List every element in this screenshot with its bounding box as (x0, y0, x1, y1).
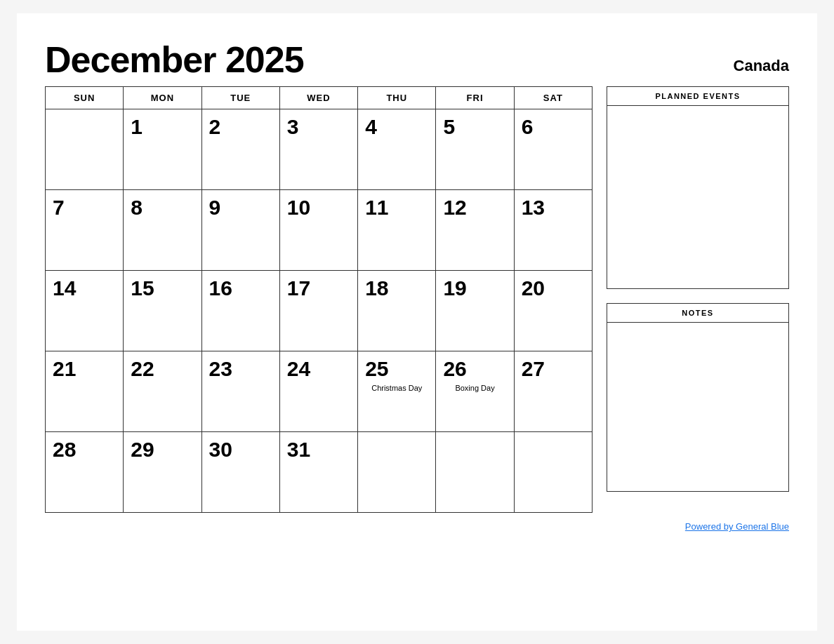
calendar-day-cell: 26Boxing Day (436, 351, 514, 432)
col-thu: THU (358, 87, 436, 109)
day-number: 9 (209, 196, 272, 220)
calendar-day-cell: 22 (124, 351, 201, 432)
planned-events-header: PLANNED EVENTS (607, 87, 788, 106)
day-number: 25 (365, 357, 428, 381)
day-number: 11 (365, 196, 428, 220)
calendar-week-row: 2122232425Christmas Day26Boxing Day27 (46, 351, 593, 432)
calendar-day-cell: 2 (201, 109, 279, 190)
calendar-day-cell: 9 (201, 190, 279, 271)
planned-events-box: PLANNED EVENTS (607, 86, 789, 289)
day-number: 1 (131, 115, 194, 139)
calendar-day-cell: 4 (358, 109, 436, 190)
page: December 2025 Canada SUN MON TUE WED THU… (17, 13, 817, 631)
calendar-day-cell: 14 (46, 271, 124, 351)
calendar-day-cell: 23 (201, 351, 279, 432)
col-sun: SUN (46, 87, 124, 109)
calendar-day-cell: 12 (436, 190, 514, 271)
col-wed: WED (279, 87, 357, 109)
sidebar-gap (607, 289, 789, 303)
main-layout: SUN MON TUE WED THU FRI SAT 123456789101… (45, 86, 789, 513)
powered-by-link[interactable]: Powered by General Blue (685, 521, 789, 532)
notes-box: NOTES (607, 303, 789, 492)
month-title: December 2025 (45, 39, 304, 81)
calendar-day-cell: 13 (514, 190, 592, 271)
day-number: 10 (287, 196, 350, 220)
calendar-day-cell: 25Christmas Day (358, 351, 436, 432)
calendar-day-cell: 16 (201, 271, 279, 351)
calendar-week-row: 123456 (46, 109, 593, 190)
calendar-day-cell: 18 (358, 271, 436, 351)
calendar-day-cell (436, 432, 514, 513)
col-sat: SAT (514, 87, 592, 109)
planned-events-body (607, 106, 788, 288)
day-number: 24 (287, 357, 350, 381)
day-number: 21 (53, 357, 116, 381)
calendar-day-cell (46, 109, 124, 190)
calendar-day-cell: 29 (124, 432, 201, 513)
day-number: 22 (131, 357, 194, 381)
calendar-day-cell: 17 (279, 271, 357, 351)
country-label: Canada (734, 57, 789, 81)
calendar-section: SUN MON TUE WED THU FRI SAT 123456789101… (45, 86, 593, 513)
day-number: 4 (365, 115, 428, 139)
notes-body (607, 323, 788, 491)
day-number: 16 (209, 276, 272, 300)
calendar-header: SUN MON TUE WED THU FRI SAT (46, 87, 593, 109)
day-number: 30 (209, 438, 272, 462)
calendar-day-cell: 1 (124, 109, 201, 190)
day-number: 28 (53, 438, 116, 462)
calendar-day-cell: 10 (279, 190, 357, 271)
day-number: 3 (287, 115, 350, 139)
calendar-day-cell (514, 432, 592, 513)
calendar-day-cell (358, 432, 436, 513)
sidebar-section: PLANNED EVENTS NOTES (607, 86, 789, 492)
weekday-header-row: SUN MON TUE WED THU FRI SAT (46, 87, 593, 109)
calendar-week-row: 28293031 (46, 432, 593, 513)
day-number: 20 (522, 276, 585, 300)
header: December 2025 Canada (45, 39, 789, 81)
day-number: 31 (287, 438, 350, 462)
calendar-day-cell: 19 (436, 271, 514, 351)
footer: Powered by General Blue (45, 520, 789, 532)
day-number: 8 (131, 196, 194, 220)
col-mon: MON (124, 87, 201, 109)
calendar-day-cell: 7 (46, 190, 124, 271)
notes-header: NOTES (607, 304, 788, 323)
calendar-body: 1234567891011121314151617181920212223242… (46, 109, 593, 513)
calendar-week-row: 14151617181920 (46, 271, 593, 351)
day-number: 2 (209, 115, 272, 139)
col-tue: TUE (201, 87, 279, 109)
calendar-day-cell: 31 (279, 432, 357, 513)
calendar-day-cell: 5 (436, 109, 514, 190)
day-number: 13 (522, 196, 585, 220)
holiday-label: Christmas Day (365, 384, 428, 392)
calendar-week-row: 78910111213 (46, 190, 593, 271)
day-number: 26 (443, 357, 506, 381)
day-number: 18 (365, 276, 428, 300)
calendar-day-cell: 6 (514, 109, 592, 190)
calendar-day-cell: 24 (279, 351, 357, 432)
holiday-label: Boxing Day (443, 384, 506, 392)
calendar-day-cell: 21 (46, 351, 124, 432)
calendar-day-cell: 28 (46, 432, 124, 513)
day-number: 29 (131, 438, 194, 462)
calendar-day-cell: 8 (124, 190, 201, 271)
day-number: 7 (53, 196, 116, 220)
day-number: 14 (53, 276, 116, 300)
day-number: 6 (522, 115, 585, 139)
day-number: 27 (522, 357, 585, 381)
calendar-day-cell: 27 (514, 351, 592, 432)
calendar-day-cell: 11 (358, 190, 436, 271)
day-number: 17 (287, 276, 350, 300)
day-number: 19 (443, 276, 506, 300)
day-number: 12 (443, 196, 506, 220)
day-number: 23 (209, 357, 272, 381)
day-number: 15 (131, 276, 194, 300)
calendar-table: SUN MON TUE WED THU FRI SAT 123456789101… (45, 86, 593, 513)
day-number: 5 (443, 115, 506, 139)
calendar-day-cell: 20 (514, 271, 592, 351)
col-fri: FRI (436, 87, 514, 109)
calendar-day-cell: 15 (124, 271, 201, 351)
calendar-day-cell: 30 (201, 432, 279, 513)
calendar-day-cell: 3 (279, 109, 357, 190)
